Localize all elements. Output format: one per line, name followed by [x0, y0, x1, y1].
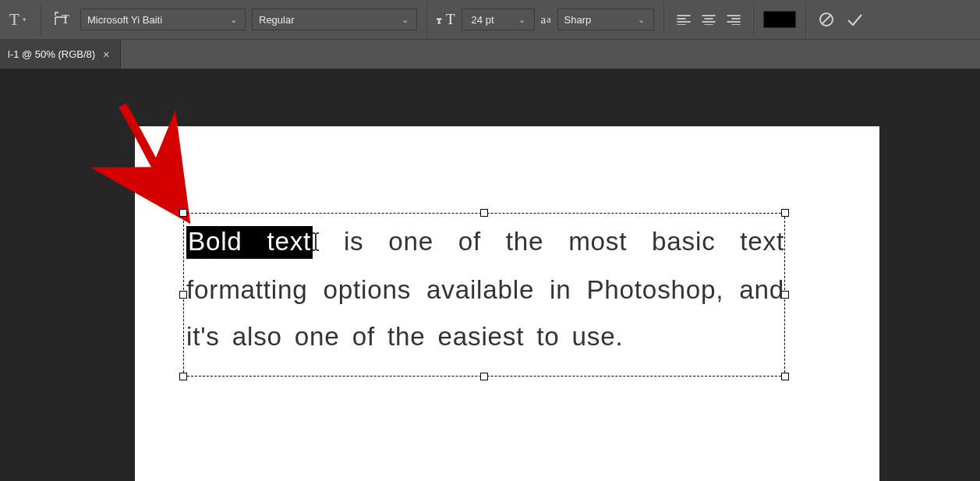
divider [663, 3, 664, 36]
chevron-down-icon: ⌄ [228, 15, 239, 25]
font-size-select[interactable]: 24 pt ⌄ [462, 9, 535, 30]
resize-handle-tr[interactable] [781, 209, 789, 217]
chevron-down-icon: ▾ [23, 16, 27, 23]
divider [41, 3, 41, 36]
chevron-down-icon: ⌄ [399, 15, 410, 25]
cancel-edits-button[interactable] [815, 9, 837, 30]
font-size-value: 24 pt [469, 14, 517, 26]
text-orientation-toggle[interactable]: T [51, 8, 74, 31]
resize-handle-bm[interactable] [480, 373, 488, 380]
workspace: Bold text is one of the most basic text … [0, 69, 980, 481]
chevron-down-icon: ⌄ [517, 15, 528, 25]
type-tool-indicator[interactable]: T▾ [5, 5, 31, 34]
align-center-button[interactable] [699, 10, 719, 29]
font-family-select[interactable]: Microsoft Yi Baiti ⌄ [80, 9, 246, 30]
document-tab[interactable]: l-1 @ 50% (RGB/8) × [0, 40, 121, 69]
document-tab-bar: l-1 @ 50% (RGB/8) × [0, 39, 980, 69]
anti-alias-select[interactable]: Sharp ⌄ [557, 9, 654, 30]
anti-alias-value: Sharp [564, 14, 636, 26]
resize-handle-bl[interactable] [179, 373, 187, 380]
resize-handle-tm[interactable] [480, 209, 488, 217]
text-options-bar: T▾ T Microsoft Yi Baiti ⌄ Regular ⌄ T T … [0, 0, 980, 39]
commit-edits-button[interactable] [844, 9, 865, 30]
font-size-icon: T T [437, 11, 455, 28]
svg-text:T: T [62, 12, 69, 26]
align-left-button[interactable] [674, 10, 694, 29]
svg-line-3 [822, 16, 830, 24]
document-canvas[interactable]: Bold text is one of the most basic text … [135, 126, 879, 481]
divider [753, 3, 754, 36]
text-color-swatch[interactable] [763, 11, 796, 28]
resize-handle-br[interactable] [781, 373, 789, 380]
align-right-button[interactable] [724, 10, 744, 29]
selected-text: Bold text [186, 226, 313, 259]
anti-alias-icon: aa [541, 13, 551, 27]
paragraph-text[interactable]: Bold text is one of the most basic text … [186, 218, 784, 360]
resize-handle-tl[interactable] [179, 209, 187, 217]
chevron-down-icon: ⌄ [636, 15, 647, 25]
font-family-value: Microsoft Yi Baiti [87, 14, 228, 26]
svg-text:T: T [437, 17, 442, 25]
document-tab-label: l-1 @ 50% (RGB/8) [8, 48, 95, 60]
divider [426, 3, 427, 36]
text-align-group [674, 10, 744, 29]
font-weight-select[interactable]: Regular ⌄ [252, 9, 417, 30]
text-bounding-box[interactable]: Bold text is one of the most basic text … [183, 213, 785, 377]
font-weight-value: Regular [259, 14, 399, 26]
divider [805, 3, 806, 36]
close-icon[interactable]: × [103, 48, 109, 61]
